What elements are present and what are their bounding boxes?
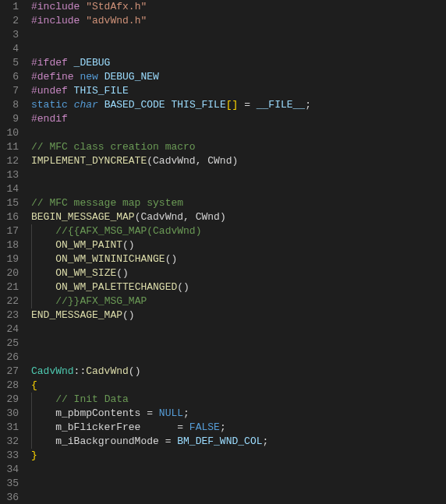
code-line[interactable]: IMPLEMENT_DYNCREATE(CadvWnd, CWnd) <box>31 154 446 168</box>
code-token: CWnd <box>207 155 232 167</box>
code-token: BASED_CODE <box>104 99 165 111</box>
line-number: 2 <box>5 14 19 28</box>
code-token: ON_WM_WININICHANGE <box>55 253 165 265</box>
code-line[interactable] <box>31 463 446 477</box>
code-line[interactable]: #undef THIS_FILE <box>31 84 446 98</box>
code-token: new <box>80 71 97 83</box>
code-token: () <box>177 281 189 293</box>
code-token: () <box>122 309 135 321</box>
code-token: () <box>129 365 141 377</box>
line-number: 3 <box>5 28 19 42</box>
code-line[interactable]: #include "StdAfx.h" <box>31 0 446 14</box>
code-token <box>183 421 189 433</box>
code-token: m_pbmpContents <box>31 407 147 419</box>
indent-guide <box>31 238 32 252</box>
code-token: // Init Data <box>55 393 129 405</box>
code-line[interactable]: ON_WM_WININICHANGE() <box>31 252 446 266</box>
code-token <box>68 99 74 111</box>
indent-guide <box>31 224 32 238</box>
code-token: , <box>183 211 196 223</box>
line-number: 33 <box>5 449 19 463</box>
code-line[interactable]: ON_WM_SIZE() <box>31 266 446 280</box>
code-token: CadvWnd <box>86 365 129 377</box>
code-token: "StdAfx.h" <box>86 1 147 12</box>
indent-guide <box>31 421 32 435</box>
code-token: CadvWnd <box>153 155 196 167</box>
code-token: ON_WM_PALETTECHANGED <box>55 281 177 293</box>
line-number: 20 <box>5 266 19 280</box>
code-token: __FILE__ <box>257 99 305 111</box>
code-token: = <box>177 421 183 433</box>
code-token: [] <box>226 99 239 111</box>
code-line[interactable] <box>31 322 446 337</box>
code-token: , <box>196 155 208 167</box>
code-line[interactable]: m_pbmpContents = NULL; <box>31 407 446 421</box>
code-line[interactable]: m_bFlickerFree = FALSE; <box>31 421 446 435</box>
code-area[interactable]: #include "StdAfx.h"#include "advWnd.h"#i… <box>27 0 446 504</box>
line-number: 7 <box>5 84 19 98</box>
code-token: #endif <box>31 113 68 125</box>
code-token: #ifdef <box>31 57 74 69</box>
code-line[interactable]: // MFC message map system <box>31 196 446 210</box>
code-line[interactable] <box>31 42 446 56</box>
code-line[interactable] <box>31 477 446 491</box>
code-line[interactable] <box>31 491 446 504</box>
line-number: 27 <box>5 365 19 379</box>
line-number: 24 <box>5 322 19 337</box>
code-token: ; <box>183 407 189 419</box>
code-line[interactable]: //}}AFX_MSG_MAP <box>31 294 446 308</box>
code-line[interactable]: #include "advWnd.h" <box>31 14 446 28</box>
code-token: } <box>31 449 37 461</box>
code-line[interactable]: #endif <box>31 112 446 126</box>
line-number: 19 <box>5 252 19 266</box>
line-number: 18 <box>5 238 19 252</box>
code-line[interactable]: #define new DEBUG_NEW <box>31 70 446 84</box>
line-number: 32 <box>5 435 19 449</box>
code-line[interactable]: } <box>31 449 446 463</box>
code-line[interactable]: END_MESSAGE_MAP() <box>31 308 446 322</box>
indent-guide <box>31 266 32 280</box>
indent-guide <box>31 280 32 294</box>
line-number: 17 <box>5 224 19 238</box>
code-line[interactable]: { <box>31 379 446 393</box>
code-line[interactable] <box>31 28 446 42</box>
line-number: 34 <box>5 463 19 477</box>
code-token: = <box>244 99 250 111</box>
code-line[interactable]: // MFC class creation macro <box>31 140 446 154</box>
code-line[interactable]: BEGIN_MESSAGE_MAP(CadvWnd, CWnd) <box>31 210 446 224</box>
code-token: END_MESSAGE_MAP <box>31 309 122 321</box>
line-number: 15 <box>5 196 19 210</box>
code-line[interactable]: #ifdef _DEBUG <box>31 56 446 70</box>
code-line[interactable] <box>31 168 446 182</box>
code-token <box>31 239 55 251</box>
code-token: () <box>116 267 129 279</box>
code-token: _DEBUG <box>74 57 111 69</box>
code-token: m_bFlickerFree <box>31 421 177 433</box>
code-line[interactable] <box>31 126 446 140</box>
code-line[interactable]: ON_WM_PALETTECHANGED() <box>31 280 446 294</box>
code-line[interactable]: CadvWnd::CadvWnd() <box>31 365 446 379</box>
code-token: () <box>122 239 135 251</box>
code-token: ON_WM_SIZE <box>55 267 116 279</box>
code-line[interactable]: static char BASED_CODE THIS_FILE[] = __F… <box>31 98 446 112</box>
line-number: 29 <box>5 393 19 407</box>
line-number: 21 <box>5 280 19 294</box>
code-token: #include <box>31 1 86 12</box>
code-line[interactable] <box>31 351 446 365</box>
indent-guide <box>31 407 32 421</box>
code-line[interactable]: //{{AFX_MSG_MAP(CadvWnd) <box>31 224 446 238</box>
code-token <box>31 267 55 279</box>
code-token: CadvWnd <box>140 211 183 223</box>
code-line[interactable]: // Init Data <box>31 393 446 407</box>
code-token: () <box>165 253 178 265</box>
code-token: = <box>147 407 153 419</box>
code-token <box>153 407 159 419</box>
line-number: 25 <box>5 337 19 351</box>
code-line[interactable]: ON_WM_PAINT() <box>31 238 446 252</box>
code-token: m_iBackgroundMode <box>31 435 165 447</box>
code-line[interactable] <box>31 182 446 196</box>
code-line[interactable] <box>31 337 446 351</box>
code-editor[interactable]: 1234567891011121314151617181920212223242… <box>0 0 446 504</box>
code-line[interactable]: m_iBackgroundMode = BM_DEF_WND_COL; <box>31 435 446 449</box>
code-token: { <box>31 379 37 391</box>
